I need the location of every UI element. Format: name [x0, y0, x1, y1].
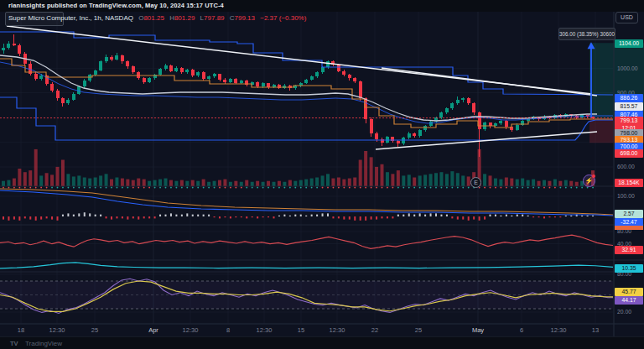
change-value: −2.37 (−0.30%) — [260, 14, 306, 22]
publish-bar: rlaninsights published on TradingView.co… — [0, 0, 644, 12]
position-tool-tooltip: 306.00 (38.35%) 30600 — [558, 28, 615, 40]
publish-line: rlaninsights published on TradingView.co… — [8, 2, 224, 9]
chart-canvas[interactable] — [0, 0, 644, 349]
tradingview-logo-icon[interactable]: TV — [10, 340, 18, 347]
tradingview-watermark[interactable]: TradingView — [25, 340, 62, 347]
close-label: C — [230, 14, 235, 22]
close-value: 799.13 — [235, 14, 255, 22]
currency-button[interactable]: USD — [615, 12, 638, 23]
position-stop-zone[interactable] — [589, 118, 644, 143]
symbol-title[interactable]: Super Micro Computer, Inc., 1h, NASDAQ — [8, 14, 133, 22]
position-profit-zone[interactable] — [589, 43, 644, 118]
tradingview-published-chart: 1000.00900.00600.00100.0080.0040.0080.00… — [0, 0, 644, 349]
symbol-legend[interactable]: Super Micro Computer, Inc., 1h, NASDAQ O… — [8, 14, 306, 22]
footer-bar: TV TradingView — [0, 336, 644, 349]
open-value: 801.25 — [143, 14, 164, 22]
low-value: 797.89 — [204, 14, 224, 22]
high-value: 801.29 — [174, 14, 195, 22]
